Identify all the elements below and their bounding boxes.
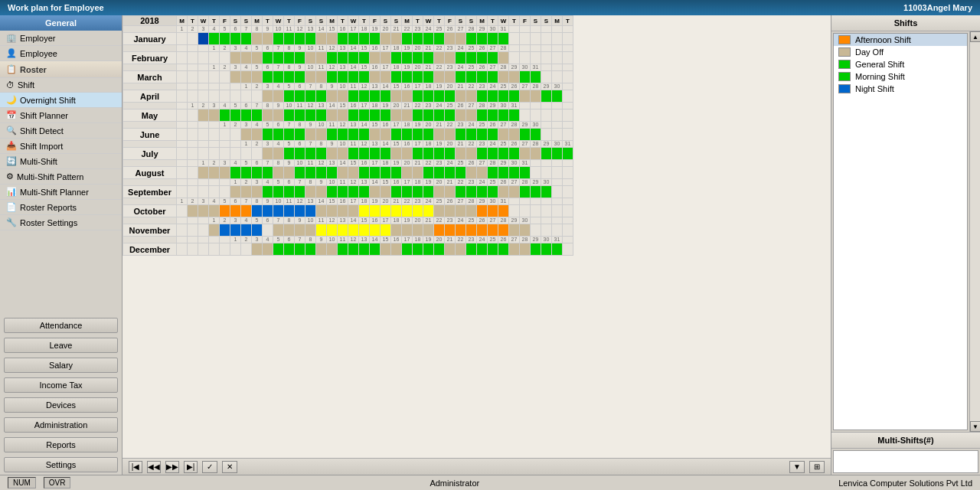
- shift-cell[interactable]: [220, 109, 230, 122]
- shift-cell[interactable]: [316, 90, 327, 103]
- shift-cell[interactable]: [423, 243, 434, 256]
- sidebar-group-reports[interactable]: Reports: [4, 437, 118, 452]
- shift-cell[interactable]: [359, 224, 370, 237]
- shift-cell[interactable]: [273, 148, 284, 160]
- shift-cell[interactable]: [177, 186, 188, 198]
- shift-cell[interactable]: [552, 129, 563, 141]
- shift-cell[interactable]: [284, 186, 295, 198]
- shift-cell[interactable]: [338, 52, 348, 64]
- shift-cell[interactable]: [466, 167, 477, 179]
- shift-cell[interactable]: [413, 109, 423, 122]
- shift-cell[interactable]: [552, 71, 563, 83]
- shift-cell[interactable]: [488, 148, 498, 160]
- shift-cell[interactable]: [209, 52, 220, 64]
- nav-next-button[interactable]: ▶▶: [165, 461, 179, 473]
- shift-cell[interactable]: [338, 243, 348, 256]
- shift-cell[interactable]: [316, 205, 327, 217]
- shift-cell[interactable]: [402, 186, 413, 198]
- shift-cell[interactable]: [370, 109, 381, 122]
- shift-cell[interactable]: [456, 224, 466, 237]
- sidebar-group-administration[interactable]: Administration: [4, 417, 118, 433]
- shift-cell[interactable]: [456, 109, 466, 122]
- shift-cell[interactable]: [552, 186, 563, 198]
- shift-cell[interactable]: [552, 109, 563, 122]
- shift-cell[interactable]: [434, 52, 445, 64]
- sidebar-group-settings[interactable]: Settings: [4, 457, 118, 472]
- shift-cell[interactable]: [552, 90, 563, 103]
- shift-cell[interactable]: [391, 224, 402, 237]
- shift-cell[interactable]: [477, 167, 488, 179]
- shift-cell[interactable]: [338, 148, 348, 160]
- shift-cell[interactable]: [477, 109, 488, 122]
- shift-cell[interactable]: [177, 205, 188, 217]
- shift-cell[interactable]: [413, 243, 423, 256]
- shift-cell[interactable]: [541, 148, 552, 160]
- shift-cell[interactable]: [552, 148, 563, 160]
- shift-cell[interactable]: [531, 205, 541, 217]
- shift-cell[interactable]: [456, 205, 466, 217]
- shift-cell[interactable]: [466, 224, 477, 237]
- calendar-container[interactable]: 2018MTWTFSSMTWTFSSMTWTFSSMTWTFSSMTWTFSSM…: [122, 15, 831, 458]
- nav-first-button[interactable]: |◀: [129, 461, 142, 473]
- shift-cell[interactable]: [305, 52, 316, 64]
- shift-cell[interactable]: [241, 90, 252, 103]
- shift-cell[interactable]: [402, 90, 413, 103]
- shift-cell[interactable]: [531, 33, 541, 45]
- sidebar-group-leave[interactable]: Leave: [4, 338, 118, 353]
- sidebar-item-employer[interactable]: 🏢 Employer: [0, 31, 122, 46]
- shift-cell[interactable]: [477, 224, 488, 237]
- shift-cell[interactable]: [188, 71, 198, 83]
- shift-cell[interactable]: [391, 148, 402, 160]
- shift-cell[interactable]: [177, 33, 188, 45]
- nav-last-button[interactable]: ▶|: [184, 461, 198, 473]
- shift-cell[interactable]: [327, 129, 338, 141]
- shift-cell[interactable]: [295, 205, 305, 217]
- shift-cell[interactable]: [177, 109, 188, 122]
- shift-cell[interactable]: [316, 167, 327, 179]
- shift-cell[interactable]: [273, 186, 284, 198]
- shift-cell[interactable]: [305, 243, 316, 256]
- shift-cell[interactable]: [498, 243, 509, 256]
- shift-cell[interactable]: [295, 167, 305, 179]
- shift-cell[interactable]: [177, 224, 188, 237]
- shift-cell[interactable]: [423, 186, 434, 198]
- shift-cell[interactable]: [209, 109, 220, 122]
- shift-cell[interactable]: [370, 243, 381, 256]
- shift-cell[interactable]: [563, 205, 573, 217]
- shift-cell[interactable]: [220, 186, 230, 198]
- shift-cell[interactable]: [498, 52, 509, 64]
- shift-cell[interactable]: [198, 52, 209, 64]
- shift-cell[interactable]: [445, 167, 456, 179]
- shift-cell[interactable]: [209, 167, 220, 179]
- shift-cell[interactable]: [466, 33, 477, 45]
- shift-cell[interactable]: [413, 167, 423, 179]
- shift-cell[interactable]: [284, 71, 295, 83]
- shift-cell[interactable]: [263, 109, 273, 122]
- shift-cell[interactable]: [370, 205, 381, 217]
- shift-cell[interactable]: [263, 71, 273, 83]
- shift-cell[interactable]: [370, 90, 381, 103]
- shift-cell[interactable]: [488, 52, 498, 64]
- shift-cell[interactable]: [348, 90, 359, 103]
- shift-cell[interactable]: [230, 243, 241, 256]
- shift-cell[interactable]: [295, 33, 305, 45]
- shift-cell[interactable]: [541, 33, 552, 45]
- legend-item[interactable]: Afternoon Shift: [834, 34, 967, 46]
- filter-button[interactable]: ▼: [789, 461, 805, 473]
- shift-cell[interactable]: [198, 224, 209, 237]
- shift-cell[interactable]: [284, 90, 295, 103]
- shift-cell[interactable]: [498, 33, 509, 45]
- legend-item[interactable]: Day Off: [834, 46, 967, 58]
- shift-cell[interactable]: [423, 148, 434, 160]
- sidebar-item-roster[interactable]: 📋 Roster: [0, 61, 122, 78]
- shift-cell[interactable]: [509, 33, 520, 45]
- shift-cell[interactable]: [509, 148, 520, 160]
- shift-cell[interactable]: [488, 71, 498, 83]
- shift-cell[interactable]: [466, 129, 477, 141]
- shift-cell[interactable]: [477, 71, 488, 83]
- shift-cell[interactable]: [391, 109, 402, 122]
- shift-cell[interactable]: [209, 33, 220, 45]
- shift-cell[interactable]: [466, 205, 477, 217]
- shift-cell[interactable]: [220, 129, 230, 141]
- shift-cell[interactable]: [488, 243, 498, 256]
